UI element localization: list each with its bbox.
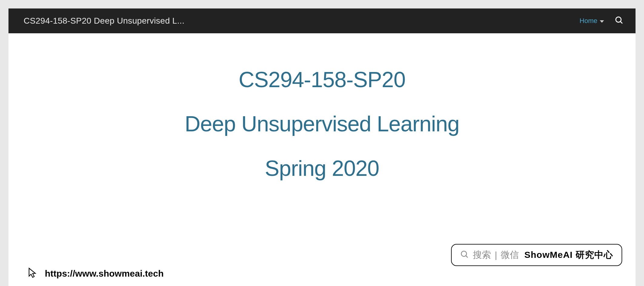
svg-line-1 <box>620 21 622 23</box>
course-code: CS294-158-SP20 <box>8 67 636 93</box>
search-badge[interactable]: 搜索 | 微信 ShowMeAI 研究中心 <box>451 244 622 266</box>
cursor-icon <box>27 267 39 281</box>
svg-point-0 <box>616 17 621 22</box>
svg-point-2 <box>461 251 467 256</box>
badge-wechat-label: 微信 <box>501 249 519 261</box>
nav-home-link[interactable]: Home <box>579 17 604 25</box>
svg-line-3 <box>466 255 468 257</box>
badge-search-label: 搜索 <box>473 249 491 261</box>
course-name: Deep Unsupervised Learning <box>8 111 636 137</box>
chevron-down-icon <box>600 20 604 23</box>
nav-right: Home <box>579 16 623 26</box>
badge-divider: | <box>495 250 497 260</box>
site-title[interactable]: CS294-158-SP20 Deep Unsupervised L... <box>24 16 184 26</box>
badge-brand: ShowMeAI 研究中心 <box>524 249 613 261</box>
content-area: CS294-158-SP20 Deep Unsupervised Learnin… <box>8 33 636 181</box>
search-icon[interactable] <box>615 16 623 26</box>
magnifier-icon <box>460 250 469 260</box>
bottom-watermark: https://www.showmeai.tech <box>27 267 164 281</box>
course-term: Spring 2020 <box>8 155 636 181</box>
nav-home-label: Home <box>579 17 597 25</box>
page-frame: CS294-158-SP20 Deep Unsupervised L... Ho… <box>8 8 636 286</box>
header-bar: CS294-158-SP20 Deep Unsupervised L... Ho… <box>8 8 636 33</box>
watermark-url: https://www.showmeai.tech <box>45 268 164 279</box>
